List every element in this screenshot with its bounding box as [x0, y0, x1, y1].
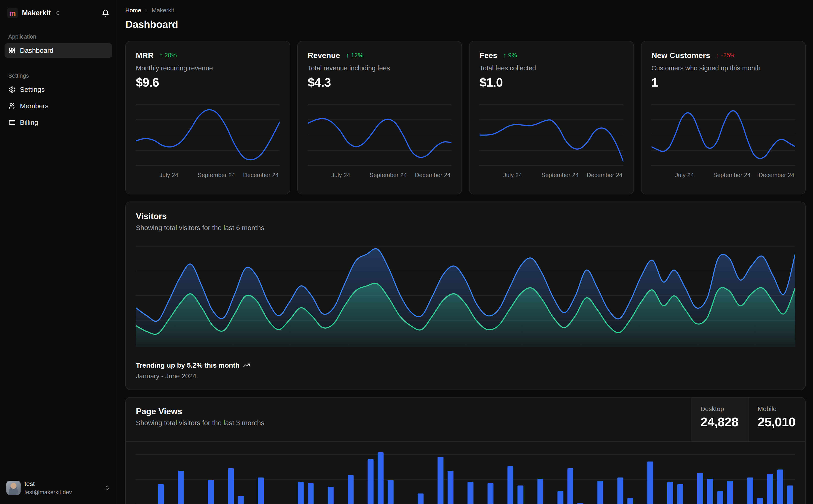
trend-badge: ↑20% — [159, 52, 177, 59]
makerkit-logo: m — [7, 8, 18, 18]
x-tick: September 24 — [713, 172, 751, 179]
x-tick: July 24 — [331, 172, 350, 179]
avatar — [6, 481, 21, 495]
trend-badge: ↑9% — [503, 52, 517, 59]
breadcrumb-workspace[interactable]: Makerkit — [151, 7, 174, 14]
chevron-right-icon — [144, 8, 149, 13]
sidebar-item-settings[interactable]: Settings — [5, 82, 112, 97]
sidebar-item-dashboard[interactable]: Dashboard — [5, 43, 112, 58]
stat-value: $9.6 — [136, 75, 280, 89]
stat-card-fees: Fees ↑9% Total fees collected $1.0 July … — [469, 41, 634, 194]
x-axis-labels: July 24 September 24 December 24 — [480, 172, 624, 179]
trending-up-icon — [243, 362, 250, 369]
section-label: Application — [8, 33, 112, 40]
stat-value: $1.0 — [480, 75, 624, 89]
tab-desktop[interactable]: Desktop 24,828 — [691, 398, 748, 441]
stat-card-new-customers: New Customers ↓-25% Customers who signed… — [641, 41, 806, 194]
visitors-card: Visitors Showing total visitors for the … — [125, 202, 806, 390]
main-content: Home Makerkit Dashboard MRR ↑20% Monthly… — [117, 0, 813, 504]
stat-value: $4.3 — [308, 75, 452, 89]
stat-title: MRR — [136, 51, 153, 60]
sidebar-item-label: Dashboard — [20, 47, 53, 54]
stat-subtitle: Customers who signed up this month — [652, 64, 795, 72]
x-tick: July 24 — [503, 172, 522, 179]
page-views-bar-chart — [136, 448, 795, 504]
credit-card-icon — [9, 119, 16, 126]
breadcrumb-home-link[interactable]: Home — [125, 7, 141, 14]
workspace-name: Makerkit — [22, 9, 51, 17]
arrow-up-icon: ↑ — [159, 52, 162, 59]
stat-card-revenue: Revenue ↑12% Total revenue including fee… — [297, 41, 462, 194]
sidebar-item-members[interactable]: Members — [5, 99, 112, 113]
arrow-up-icon: ↑ — [503, 52, 506, 59]
x-tick: December 24 — [415, 172, 450, 179]
x-axis-labels: July 24 September 24 December 24 — [308, 172, 452, 179]
trend-badge: ↑12% — [346, 52, 363, 59]
tab-label: Mobile — [758, 405, 796, 413]
x-axis-labels: July 24 September 24 December 24 — [136, 172, 280, 179]
visitors-period: January - June 2024 — [136, 372, 795, 380]
layout-dashboard-icon — [9, 47, 16, 54]
page-views-toggle-group: Desktop 24,828 Mobile 25,010 — [691, 398, 805, 441]
sidebar: m Makerkit Application Dashboard Setting… — [0, 0, 117, 504]
page-views-subtitle: Showing total visitors for the last 3 mo… — [136, 419, 681, 427]
mrr-sparkline-chart — [136, 103, 280, 167]
visitors-area-chart — [136, 244, 795, 347]
trend-value: 12% — [351, 52, 363, 59]
gear-icon — [9, 86, 16, 93]
x-tick: July 24 — [159, 172, 178, 179]
stat-value: 1 — [652, 75, 795, 89]
stat-title: Fees — [480, 51, 497, 60]
page-views-header: Page Views Showing total visitors for th… — [126, 398, 805, 442]
user-name: test — [24, 480, 72, 488]
stat-title: New Customers — [652, 51, 710, 60]
page-views-title: Page Views — [136, 407, 681, 416]
x-axis-labels: July 24 September 24 December 24 — [652, 172, 795, 179]
page-title: Dashboard — [125, 19, 806, 30]
nav-section-application: Application Dashboard — [5, 33, 112, 58]
breadcrumb: Home Makerkit — [125, 7, 806, 14]
visitors-title: Visitors — [136, 212, 795, 221]
user-menu[interactable]: test test@makerkit.dev — [5, 478, 112, 497]
page-views-card: Page Views Showing total visitors for th… — [125, 397, 806, 504]
user-meta: test test@makerkit.dev — [24, 480, 72, 496]
nav-section-settings: Settings Settings Members Billing — [5, 72, 112, 130]
stat-subtitle: Total fees collected — [480, 64, 624, 72]
workspace-selector[interactable]: m Makerkit — [5, 6, 112, 20]
trend-badge: ↓-25% — [716, 52, 736, 59]
x-tick: July 24 — [675, 172, 694, 179]
chevrons-up-down-icon — [104, 485, 110, 491]
stat-subtitle: Total revenue including fees — [308, 64, 452, 72]
x-tick: September 24 — [370, 172, 407, 179]
x-tick: December 24 — [587, 172, 623, 179]
tab-value: 25,010 — [758, 414, 796, 429]
sidebar-item-label: Settings — [20, 86, 45, 93]
tab-mobile[interactable]: Mobile 25,010 — [748, 398, 805, 441]
user-email: test@makerkit.dev — [24, 489, 72, 496]
arrow-down-icon: ↓ — [716, 52, 719, 59]
tab-label: Desktop — [701, 405, 739, 413]
x-tick: September 24 — [197, 172, 235, 179]
notifications-button[interactable] — [102, 9, 109, 17]
trend-value: -25% — [721, 52, 736, 59]
section-label: Settings — [8, 72, 112, 79]
x-tick: September 24 — [541, 172, 578, 179]
arrow-up-icon: ↑ — [346, 52, 349, 59]
chevrons-up-down-icon — [55, 10, 61, 16]
trend-value: 20% — [164, 52, 177, 59]
sidebar-item-billing[interactable]: Billing — [5, 115, 112, 130]
sidebar-item-label: Billing — [20, 119, 38, 126]
x-tick: December 24 — [243, 172, 279, 179]
revenue-sparkline-chart — [308, 103, 452, 167]
users-icon — [9, 103, 16, 109]
tab-value: 24,828 — [701, 414, 739, 429]
stat-subtitle: Monthly recurring revenue — [136, 64, 280, 72]
sidebar-item-label: Members — [20, 102, 48, 110]
stat-title: Revenue — [308, 51, 340, 60]
trend-value: 9% — [508, 52, 517, 59]
new-customers-sparkline-chart — [652, 103, 795, 167]
stat-card-mrr: MRR ↑20% Monthly recurring revenue $9.6 … — [125, 41, 290, 194]
x-tick: December 24 — [759, 172, 794, 179]
stat-cards-row: MRR ↑20% Monthly recurring revenue $9.6 … — [125, 41, 806, 194]
fees-sparkline-chart — [480, 103, 624, 167]
